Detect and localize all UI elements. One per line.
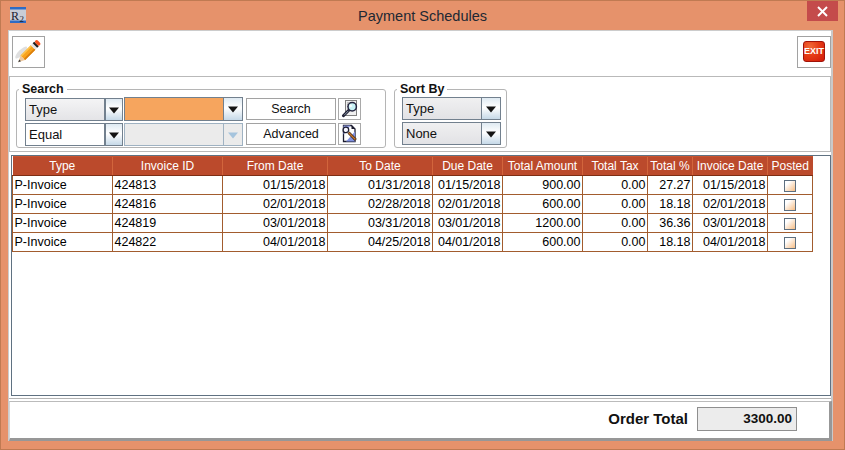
svg-text:2: 2 [20,14,25,23]
svg-text:R: R [11,9,19,23]
